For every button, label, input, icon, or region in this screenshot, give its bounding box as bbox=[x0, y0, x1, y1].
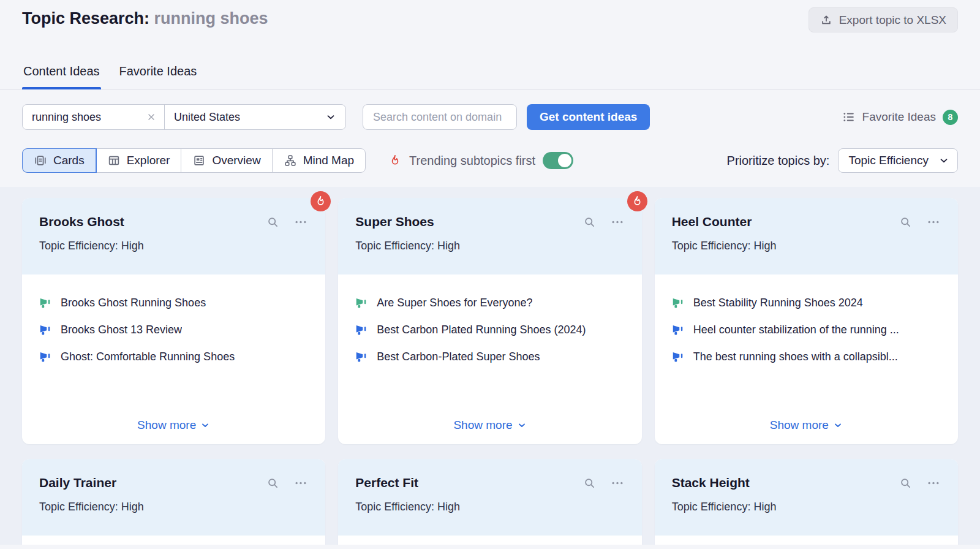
search-icon[interactable] bbox=[266, 477, 279, 490]
content-idea-item[interactable]: Are Super Shoes for Everyone? bbox=[355, 297, 624, 309]
topic-card: Daily Trainer Topic Efficiency: High bbox=[22, 459, 325, 545]
chevron-down-icon bbox=[517, 420, 527, 430]
content-idea-text: Best Carbon-Plated Super Shoes bbox=[377, 350, 540, 363]
content-idea-text: The best running shoes with a collapsibl… bbox=[693, 350, 898, 363]
content-idea-text: Best Carbon Plated Running Shoes (2024) bbox=[377, 324, 586, 336]
content-idea-text: Are Super Shoes for Everyone? bbox=[377, 297, 532, 309]
card-actions bbox=[583, 477, 625, 490]
view-overview-button[interactable]: Overview bbox=[181, 149, 272, 172]
card-header: Heel Counter Topic Efficiency: High bbox=[655, 198, 958, 274]
ellipsis-icon[interactable] bbox=[293, 216, 308, 229]
content-idea-item[interactable]: Brooks Ghost Running Shoes bbox=[39, 297, 308, 309]
trending-label: Trending subtopics first bbox=[409, 154, 535, 168]
topic-search-combo: United States bbox=[22, 104, 346, 130]
trending-badge bbox=[627, 191, 647, 211]
chevron-down-icon bbox=[200, 420, 210, 430]
ellipsis-icon[interactable] bbox=[926, 216, 941, 229]
content-idea-item[interactable]: Ghost: Comfortable Running Shoes bbox=[39, 350, 308, 363]
search-row: United States Get content ideas Favorite… bbox=[22, 104, 958, 130]
favorite-ideas-label: Favorite Ideas bbox=[862, 110, 936, 124]
search-icon[interactable] bbox=[899, 477, 912, 490]
prioritize-select[interactable]: Topic Efficiency bbox=[838, 148, 958, 173]
card-body: Brooks Ghost Running ShoesBrooks Ghost 1… bbox=[22, 274, 325, 444]
card-title: Super Shoes bbox=[355, 214, 434, 229]
content-idea-item[interactable]: The best running shoes with a collapsibl… bbox=[672, 350, 941, 363]
topic-efficiency-label: Topic Efficiency: High bbox=[355, 501, 624, 513]
view-switcher: Cards Explorer Overview Mind Map bbox=[22, 148, 366, 173]
export-button[interactable]: Export topic to XLSX bbox=[809, 7, 958, 32]
ellipsis-icon[interactable] bbox=[926, 477, 941, 490]
search-icon[interactable] bbox=[583, 477, 596, 490]
view-explorer-button[interactable]: Explorer bbox=[96, 149, 182, 172]
card-title: Perfect Fit bbox=[355, 475, 418, 490]
topic-query-input[interactable] bbox=[31, 110, 141, 124]
trending-control: Trending subtopics first bbox=[388, 152, 573, 169]
ellipsis-icon[interactable] bbox=[610, 216, 625, 229]
tab-favorite-ideas[interactable]: Favorite Ideas bbox=[118, 64, 198, 89]
cards-section: Brooks Ghost Topic Efficiency: High Broo… bbox=[0, 187, 980, 545]
search-icon[interactable] bbox=[899, 216, 912, 229]
controls-row: Cards Explorer Overview Mind Map bbox=[22, 148, 958, 173]
clear-query-icon[interactable] bbox=[146, 112, 156, 122]
content-idea-item[interactable]: Best Carbon Plated Running Shoes (2024) bbox=[355, 324, 624, 336]
content-idea-item[interactable]: Heel counter stabilization of the runnin… bbox=[672, 324, 941, 336]
card-header: Daily Trainer Topic Efficiency: High bbox=[22, 459, 325, 536]
chevron-down-icon bbox=[938, 155, 949, 166]
header: Topic Research: running shoes Export top… bbox=[22, 0, 958, 32]
domain-search-input[interactable] bbox=[363, 104, 517, 130]
topic-efficiency-label: Topic Efficiency: High bbox=[672, 240, 941, 252]
trending-toggle[interactable] bbox=[543, 152, 573, 169]
show-more-label: Show more bbox=[770, 418, 829, 432]
topic-card: Brooks Ghost Topic Efficiency: High Broo… bbox=[22, 198, 325, 444]
megaphone-icon bbox=[672, 297, 685, 309]
content-idea-text: Heel counter stabilization of the runnin… bbox=[693, 324, 899, 336]
view-overview-label: Overview bbox=[212, 154, 260, 167]
show-more-link[interactable]: Show more bbox=[453, 418, 526, 432]
topic-efficiency-label: Topic Efficiency: High bbox=[672, 501, 941, 513]
upload-icon bbox=[820, 14, 832, 26]
page-title: Topic Research: running shoes bbox=[22, 7, 268, 29]
top-section: Topic Research: running shoes Export top… bbox=[0, 0, 980, 173]
view-cards-button[interactable]: Cards bbox=[23, 149, 96, 172]
topic-efficiency-label: Topic Efficiency: High bbox=[39, 240, 308, 252]
card-actions bbox=[899, 477, 941, 490]
topic-card: Perfect Fit Topic Efficiency: High bbox=[338, 459, 641, 545]
megaphone-icon bbox=[355, 297, 368, 309]
cards-icon bbox=[34, 154, 47, 167]
country-select[interactable]: United States bbox=[165, 105, 345, 129]
ellipsis-icon[interactable] bbox=[293, 477, 308, 490]
show-more-link[interactable]: Show more bbox=[770, 418, 843, 432]
content-idea-text: Best Stability Running Shoes 2024 bbox=[693, 297, 863, 309]
show-more-label: Show more bbox=[453, 418, 512, 432]
export-button-label: Export topic to XLSX bbox=[839, 13, 946, 27]
view-mindmap-button[interactable]: Mind Map bbox=[273, 149, 365, 172]
megaphone-icon bbox=[355, 350, 368, 363]
favorite-ideas-link[interactable]: Favorite Ideas 8 bbox=[842, 110, 958, 125]
megaphone-icon bbox=[39, 350, 52, 363]
tab-content-ideas[interactable]: Content Ideas bbox=[22, 64, 101, 89]
card-actions bbox=[266, 477, 308, 490]
card-header: Brooks Ghost Topic Efficiency: High bbox=[22, 198, 325, 274]
idea-list: Are Super Shoes for Everyone?Best Carbon… bbox=[355, 297, 624, 363]
search-icon[interactable] bbox=[583, 216, 596, 229]
view-explorer-label: Explorer bbox=[127, 154, 170, 167]
show-more-link[interactable]: Show more bbox=[137, 418, 210, 432]
card-body bbox=[655, 536, 958, 545]
card-header: Perfect Fit Topic Efficiency: High bbox=[338, 459, 641, 536]
content-idea-item[interactable]: Best Stability Running Shoes 2024 bbox=[672, 297, 941, 309]
page-title-query: running shoes bbox=[154, 9, 268, 28]
ellipsis-icon[interactable] bbox=[610, 477, 625, 490]
fire-icon bbox=[388, 154, 402, 167]
search-icon[interactable] bbox=[266, 216, 279, 229]
idea-list: Brooks Ghost Running ShoesBrooks Ghost 1… bbox=[39, 297, 308, 363]
show-more-label: Show more bbox=[137, 418, 196, 432]
trending-badge bbox=[311, 191, 331, 211]
card-title: Heel Counter bbox=[672, 214, 752, 229]
list-icon bbox=[842, 110, 856, 124]
megaphone-icon bbox=[672, 350, 685, 363]
content-idea-item[interactable]: Brooks Ghost 13 Review bbox=[39, 324, 308, 336]
megaphone-icon bbox=[355, 324, 368, 336]
content-idea-item[interactable]: Best Carbon-Plated Super Shoes bbox=[355, 350, 624, 363]
card-body: Are Super Shoes for Everyone?Best Carbon… bbox=[338, 274, 641, 444]
get-content-ideas-button[interactable]: Get content ideas bbox=[527, 104, 650, 130]
